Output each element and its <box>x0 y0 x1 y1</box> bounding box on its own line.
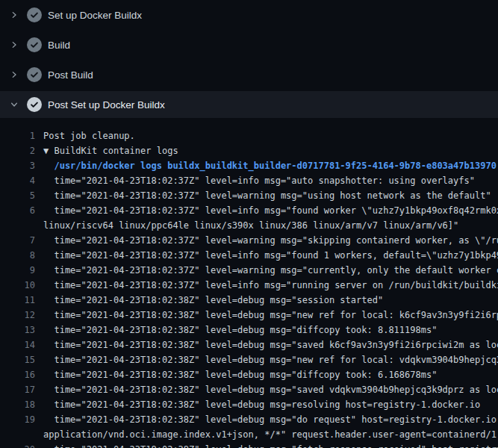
line-number[interactable]: 6 <box>12 203 35 218</box>
log-line[interactable]: 16 time="2021-04-23T18:02:38Z" level=deb… <box>0 367 498 382</box>
check-circle-icon <box>27 37 42 52</box>
step-header[interactable]: Post Set up Docker Buildx <box>0 91 498 118</box>
line-number[interactable]: 1 <box>12 128 35 143</box>
log-line[interactable]: 8 time="2021-04-23T18:02:37Z" level=info… <box>0 248 498 263</box>
line-number[interactable]: 5 <box>12 188 35 203</box>
line-text-content: time="2021-04-23T18:02:38Z" level=debug … <box>43 310 498 320</box>
step-header[interactable]: Build <box>0 30 498 60</box>
line-number[interactable]: 17 <box>12 382 35 397</box>
line-number[interactable]: 3 <box>12 158 35 173</box>
steps-list: Set up Docker Buildx Build Post Buil <box>0 0 498 118</box>
line-text-content: /usr/bin/docker logs buildx_buildkit_bui… <box>43 161 497 171</box>
chevron-right-icon[interactable] <box>10 40 19 49</box>
line-number[interactable]: 8 <box>12 248 35 263</box>
line-number[interactable] <box>12 427 35 442</box>
log-line[interactable]: 7 time="2021-04-23T18:02:37Z" level=warn… <box>0 233 498 248</box>
log-line[interactable]: 1 Post job cleanup. <box>0 128 498 143</box>
line-number[interactable]: 11 <box>12 293 35 308</box>
line-text-content: time="2021-04-23T18:02:38Z" level=debug … <box>43 414 498 425</box>
line-text: time="2021-04-23T18:02:38Z" level=debug … <box>43 367 437 382</box>
log-line[interactable]: 4 time="2021-04-23T18:02:37Z" level=info… <box>0 173 498 188</box>
line-text-content: time="2021-04-23T18:02:37Z" level=info m… <box>43 250 498 261</box>
log-line[interactable]: 9 time="2021-04-23T18:02:37Z" level=warn… <box>0 263 498 278</box>
log-line[interactable]: 12 time="2021-04-23T18:02:38Z" level=deb… <box>0 308 498 323</box>
line-number[interactable]: 10 <box>12 278 35 293</box>
line-text: time="2021-04-23T18:02:37Z" level=info m… <box>43 278 498 293</box>
line-text-content: time="2021-04-23T18:02:37Z" level=warnin… <box>43 265 498 276</box>
line-text-content: time="2021-04-23T18:02:38Z" level=debug … <box>43 295 383 305</box>
line-number[interactable]: 9 <box>12 263 35 278</box>
line-text-content: time="2021-04-23T18:02:38Z" level=debug … <box>43 399 480 410</box>
line-number[interactable]: 19 <box>12 412 35 427</box>
line-text-content: time="2021-04-23T18:02:37Z" level=warnin… <box>43 235 498 246</box>
line-number[interactable]: 12 <box>12 308 35 323</box>
line-text: time="2021-04-23T18:02:37Z" level=warnin… <box>43 233 498 248</box>
line-number[interactable]: 14 <box>12 337 35 352</box>
check-circle-icon <box>27 7 42 22</box>
line-text-content: time="2021-04-23T18:02:37Z" level=warnin… <box>43 190 491 201</box>
line-number[interactable]: 18 <box>12 397 35 412</box>
log-line[interactable]: 18 time="2021-04-23T18:02:38Z" level=deb… <box>0 397 498 412</box>
group-toggle-icon[interactable]: ▼ <box>43 146 54 156</box>
line-text-content: time="2021-04-23T18:02:37Z" level=info m… <box>43 205 498 216</box>
workflow-log-panel: Set up Docker Buildx Build Post Buil <box>0 0 498 448</box>
log-line[interactable]: 17 time="2021-04-23T18:02:38Z" level=deb… <box>0 382 498 397</box>
log-line[interactable]: 5 time="2021-04-23T18:02:37Z" level=warn… <box>0 188 498 203</box>
line-number[interactable]: 15 <box>12 352 35 367</box>
check-circle-icon <box>27 67 42 82</box>
line-text-content: time="2021-04-23T18:02:38Z" level=debug … <box>43 370 437 380</box>
line-text: Post job cleanup. <box>43 128 135 143</box>
log-line[interactable]: 2 ▼ BuildKit container logs <box>0 143 498 158</box>
line-text-content: linux/riscv64 linux/ppc64le linux/s390x … <box>43 220 458 231</box>
log-line[interactable]: 6 time="2021-04-23T18:02:37Z" level=info… <box>0 203 498 218</box>
line-text: time="2021-04-23T18:02:37Z" level=info m… <box>43 203 498 218</box>
line-text: time="2021-04-23T18:02:37Z" level=info m… <box>43 173 475 188</box>
line-number[interactable]: 13 <box>12 323 35 337</box>
line-text-content: time="2021-04-23T18:02:38Z" level=debug … <box>43 340 498 350</box>
line-text: ▼ BuildKit container logs <box>43 143 178 158</box>
step-header[interactable]: Set up Docker Buildx <box>0 0 498 30</box>
line-text-content: time="2021-04-23T18:02:38Z" level=debug … <box>43 385 498 395</box>
step-label: Set up Docker Buildx <box>48 10 142 21</box>
line-text: time="2021-04-23T18:02:38Z" level=debug … <box>43 337 498 352</box>
step-label: Post Build <box>48 69 93 81</box>
log-line[interactable]: linux/riscv64 linux/ppc64le linux/s390x … <box>0 218 498 233</box>
step-label: Post Set up Docker Buildx <box>48 99 165 111</box>
log-line[interactable]: application/vnd.oci.image.index.v1+json,… <box>0 427 498 442</box>
line-text: time="2021-04-23T18:02:38Z" level=debug … <box>43 412 498 427</box>
line-text-content: time="2021-04-23T18:02:37Z" level=info m… <box>43 280 498 290</box>
log-line[interactable]: 3 /usr/bin/docker logs buildx_buildkit_b… <box>0 158 498 173</box>
line-text-content: time="2021-04-23T18:02:38Z" level=debug … <box>43 355 498 365</box>
line-text-content: time="2021-04-23T18:02:38Z" level=debug … <box>43 444 498 448</box>
log-line[interactable]: 11 time="2021-04-23T18:02:38Z" level=deb… <box>0 293 498 308</box>
chevron-down-icon[interactable] <box>10 100 19 109</box>
line-text: time="2021-04-23T18:02:38Z" level=debug … <box>43 308 498 323</box>
line-number[interactable]: 7 <box>12 233 35 248</box>
log-line[interactable]: 14 time="2021-04-23T18:02:38Z" level=deb… <box>0 337 498 352</box>
line-text: time="2021-04-23T18:02:38Z" level=debug … <box>43 323 437 337</box>
step-header[interactable]: Post Build <box>0 60 498 90</box>
log-area: 1 Post job cleanup. 2 ▼ BuildKit contain… <box>0 119 498 448</box>
line-text: time="2021-04-23T18:02:38Z" level=debug … <box>43 352 498 367</box>
log-line[interactable]: 20 time="2021-04-23T18:02:38Z" level=deb… <box>0 442 498 448</box>
line-number[interactable] <box>12 218 35 233</box>
line-number[interactable]: 2 <box>12 143 35 158</box>
line-text: application/vnd.oci.image.index.v1+json,… <box>43 427 498 442</box>
line-text-content: application/vnd.oci.image.index.v1+json,… <box>43 429 498 440</box>
log-line[interactable]: 15 time="2021-04-23T18:02:38Z" level=deb… <box>0 352 498 367</box>
line-number[interactable]: 16 <box>12 367 35 382</box>
log-line[interactable]: 13 time="2021-04-23T18:02:38Z" level=deb… <box>0 323 498 337</box>
line-text: /usr/bin/docker logs buildx_buildkit_bui… <box>43 158 497 173</box>
chevron-right-icon[interactable] <box>10 10 19 19</box>
step-label: Build <box>48 40 70 51</box>
log-line[interactable]: 10 time="2021-04-23T18:02:37Z" level=inf… <box>0 278 498 293</box>
line-text-content: BuildKit container logs <box>54 146 178 156</box>
line-number[interactable]: 20 <box>12 442 35 448</box>
line-text: time="2021-04-23T18:02:37Z" level=warnin… <box>43 188 491 203</box>
log-line[interactable]: 19 time="2021-04-23T18:02:38Z" level=deb… <box>0 412 498 427</box>
line-number[interactable]: 4 <box>12 173 35 188</box>
check-circle-icon <box>27 97 42 112</box>
line-text: time="2021-04-23T18:02:38Z" level=debug … <box>43 442 498 448</box>
chevron-right-icon[interactable] <box>10 70 19 79</box>
line-text-content: time="2021-04-23T18:02:38Z" level=debug … <box>43 325 437 335</box>
